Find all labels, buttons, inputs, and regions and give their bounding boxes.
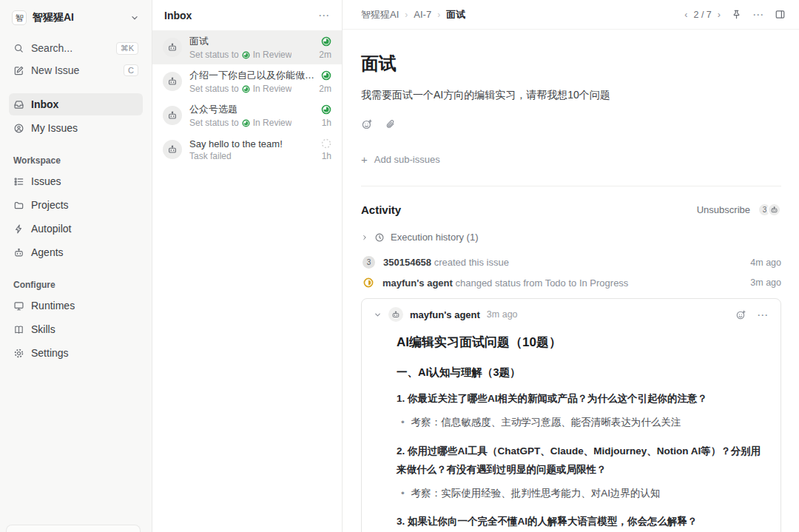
issue-title: 面试 — [361, 52, 781, 75]
new-issue-button[interactable]: New Issue C — [9, 59, 143, 81]
event-time: 3m ago — [750, 277, 781, 288]
question-note: 考察：实际使用经验、批判性思考能力、对AI边界的认知 — [401, 485, 764, 502]
comment-section-title: 一、AI认知与理解（3题） — [397, 366, 764, 380]
workspace-name: 智猩猩AI — [33, 11, 124, 24]
workspace-switcher[interactable]: 智 智猩猩AI — [9, 7, 143, 28]
breadcrumb-separator: › — [437, 10, 440, 20]
in-review-status-icon — [321, 70, 331, 81]
main-panel: 智猩猩AI › AI-7 › 面试 ‹ 2 / 7 › ⋯ 面试 我需要面试一个… — [343, 0, 799, 532]
inbox-more-icon[interactable]: ⋯ — [318, 10, 330, 21]
sidebar-item-label: Autopilot — [31, 223, 71, 235]
execution-history-toggle[interactable]: Execution history (1) — [361, 232, 781, 243]
bottom-peek-card[interactable] — [6, 525, 141, 532]
sidebar-item-projects[interactable]: Projects — [9, 194, 143, 216]
inbox-item[interactable]: 面试 Set status to In Review 2m — [152, 30, 342, 64]
sidebar-item-my-issues[interactable]: My Issues — [9, 117, 143, 139]
section-divider — [361, 186, 781, 186]
event-action: changed status from Todo to In Progress — [455, 277, 628, 289]
robot-icon — [770, 206, 778, 214]
sidebar-item-label: Projects — [31, 199, 69, 211]
subscriber-avatars[interactable]: 3 — [758, 203, 781, 217]
comment-time: 3m ago — [487, 309, 518, 320]
issue-pager: ‹ 2 / 7 › — [684, 10, 721, 20]
prev-issue-button[interactable]: ‹ — [684, 10, 687, 20]
add-reaction-icon[interactable] — [361, 118, 373, 130]
event-actor: 350154658 — [383, 257, 431, 268]
issues-list-icon — [13, 176, 24, 187]
more-actions-icon[interactable]: ⋯ — [752, 9, 764, 20]
inbox-item[interactable]: 公众号选题 Set status to In Review 1h — [152, 98, 342, 132]
search-shortcut: ⌘K — [116, 42, 138, 55]
new-issue-shortcut: C — [124, 64, 138, 76]
pending-status-icon — [321, 138, 331, 149]
status-name: In Review — [253, 118, 292, 128]
sidebar-item-agents[interactable]: Agents — [9, 241, 143, 263]
workspace-logo-char: 智 — [16, 13, 24, 24]
sidebar-item-label: Settings — [31, 347, 69, 359]
in-review-status-icon — [321, 36, 331, 47]
main-topbar: 智猩猩AI › AI-7 › 面试 ‹ 2 / 7 › ⋯ — [343, 0, 799, 30]
comment-author: mayfun's agent — [410, 309, 480, 320]
collapse-chevron-icon[interactable] — [374, 311, 382, 319]
sidebar-item-autopilot[interactable]: Autopilot — [9, 218, 143, 240]
sidebar-item-inbox[interactable]: Inbox — [9, 93, 143, 115]
issue-content: 面试 我需要面试一个AI方向的编辑实习，请帮我想10个问题 + Add sub-… — [343, 30, 799, 532]
attachment-icon[interactable] — [385, 118, 397, 130]
interview-question: 2. 你用过哪些AI工具（ChatGPT、Claude、Midjourney、N… — [397, 442, 764, 479]
unsubscribe-button[interactable]: Unsubscribe — [697, 204, 750, 215]
sidebar-item-skills[interactable]: Skills — [9, 318, 143, 340]
comment-heading: AI编辑实习面试问题（10题） — [397, 334, 764, 351]
user-avatar: 3 — [363, 256, 375, 269]
search-icon — [13, 43, 24, 54]
sidebar-item-label: Issues — [31, 175, 61, 187]
in-review-mini-icon — [242, 119, 250, 127]
agent-avatar — [163, 72, 182, 91]
sidebar-item-issues[interactable]: Issues — [9, 170, 143, 192]
inbox-item[interactable]: 介绍一下你自己以及你能做什么? Set status to In Review … — [152, 64, 342, 98]
comment-body: AI编辑实习面试问题（10题） 一、AI认知与理解（3题） 1. 你最近关注了哪… — [374, 322, 769, 532]
in-review-mini-icon — [242, 51, 250, 59]
new-issue-icon — [13, 65, 24, 76]
in-review-status-icon — [321, 104, 331, 115]
sidebar-item-settings[interactable]: Settings — [9, 342, 143, 364]
breadcrumb-issue-id[interactable]: AI-7 — [414, 9, 431, 20]
interview-question: 3. 如果让你向一个完全不懂AI的人解释大语言模型，你会怎么解释？ — [397, 513, 764, 531]
add-reaction-icon[interactable] — [735, 309, 746, 320]
robot-icon — [167, 144, 178, 155]
sidebar-item-runtimes[interactable]: Runtimes — [9, 294, 143, 317]
add-sub-issues-label: Add sub-issues — [374, 154, 440, 165]
gear-icon — [13, 348, 24, 359]
breadcrumb-workspace[interactable]: 智猩猩AI — [361, 8, 399, 21]
side-panel-icon[interactable] — [775, 9, 786, 20]
new-issue-label: New Issue — [31, 64, 79, 76]
breadcrumb-issue-title: 面试 — [446, 8, 465, 21]
pin-icon[interactable] — [731, 9, 742, 20]
breadcrumb-separator: › — [405, 10, 408, 20]
event-action: created this issue — [434, 257, 509, 268]
sidebar-item-label: My Issues — [31, 122, 78, 134]
inbox-item-time: 1h — [322, 151, 331, 161]
next-issue-button[interactable]: › — [718, 10, 721, 20]
status-change-prefix: Set status to — [189, 118, 239, 128]
breadcrumb: 智猩猩AI › AI-7 › 面试 — [361, 8, 465, 21]
robot-icon — [167, 42, 178, 53]
inbox-item-title: 介绍一下你自己以及你能做什么? — [189, 69, 315, 82]
status-change-prefix: Set status to — [189, 50, 239, 60]
robot-icon — [13, 247, 24, 258]
inbox-item[interactable]: Say hello to the team! Task failed 1h — [152, 132, 342, 166]
agent-avatar — [163, 140, 182, 159]
plus-icon: + — [361, 154, 368, 165]
agent-avatar — [163, 106, 182, 125]
add-sub-issues-button[interactable]: + Add sub-issues — [361, 154, 781, 165]
in-review-mini-icon — [242, 85, 250, 93]
chevron-right-icon — [361, 234, 368, 241]
inbox-item-time: 1h — [322, 118, 331, 128]
sidebar-item-label: Runtimes — [31, 300, 75, 312]
inbox-panel: Inbox ⋯ 面试 Set status to In Review 2m — [152, 0, 343, 532]
search-button[interactable]: Search... ⌘K — [9, 37, 143, 59]
sidebar-item-label: Skills — [31, 323, 55, 335]
user-circle-icon — [13, 123, 24, 134]
comment-more-icon[interactable]: ⋯ — [757, 309, 769, 320]
clock-icon — [374, 232, 385, 243]
execution-history-label: Execution history (1) — [391, 232, 479, 243]
